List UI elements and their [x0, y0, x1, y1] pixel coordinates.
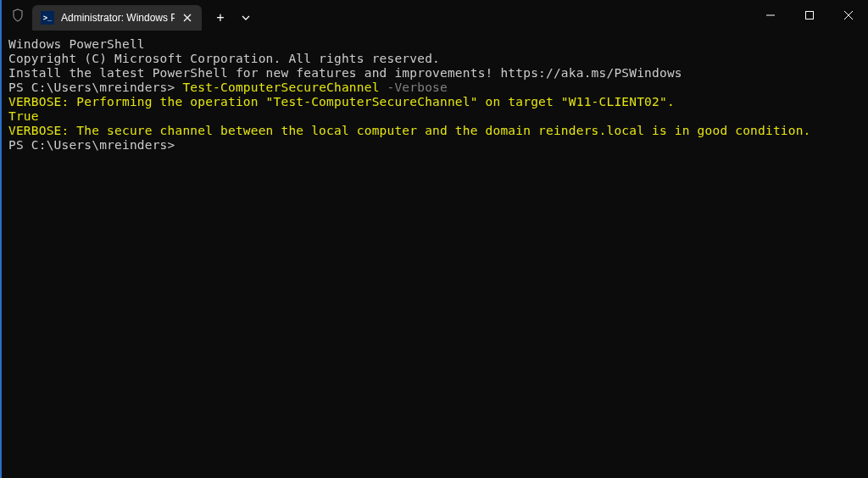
command: Test-ComputerSecureChannel [182, 81, 379, 94]
powershell-icon: >_ [41, 11, 54, 25]
command-arg: -Verbose [380, 81, 448, 94]
shield-icon [10, 8, 25, 23]
tab-dropdown-button[interactable] [234, 5, 258, 31]
output-line: True [8, 109, 868, 124]
close-tab-button[interactable] [180, 10, 195, 25]
tab-powershell[interactable]: >_ Administrator: Windows Powe [32, 5, 202, 31]
tab-title: Administrator: Windows Powe [61, 12, 175, 24]
close-window-button[interactable] [829, 0, 868, 31]
prompt: PS C:\Users\mreinders> [8, 138, 868, 153]
maximize-button[interactable] [790, 0, 829, 31]
titlebar: >_ Administrator: Windows Powe + [2, 0, 868, 31]
verbose-line: VERBOSE: Performing the operation "Test-… [8, 95, 868, 109]
new-tab-button[interactable]: + [207, 5, 234, 31]
prompt: PS C:\Users\mreinders> [8, 81, 182, 94]
minimize-button[interactable] [751, 0, 790, 31]
window-controls [751, 0, 868, 31]
terminal-output[interactable]: Windows PowerShell Copyright (C) Microso… [2, 31, 868, 153]
output-line: Copyright (C) Microsoft Corporation. All… [8, 52, 868, 66]
output-line: Windows PowerShell [8, 37, 868, 52]
verbose-line: VERBOSE: The secure channel between the … [8, 124, 868, 138]
svg-rect-0 [806, 12, 814, 19]
output-line: PS C:\Users\mreinders> Test-ComputerSecu… [8, 81, 868, 95]
output-line: Install the latest PowerShell for new fe… [8, 66, 868, 81]
